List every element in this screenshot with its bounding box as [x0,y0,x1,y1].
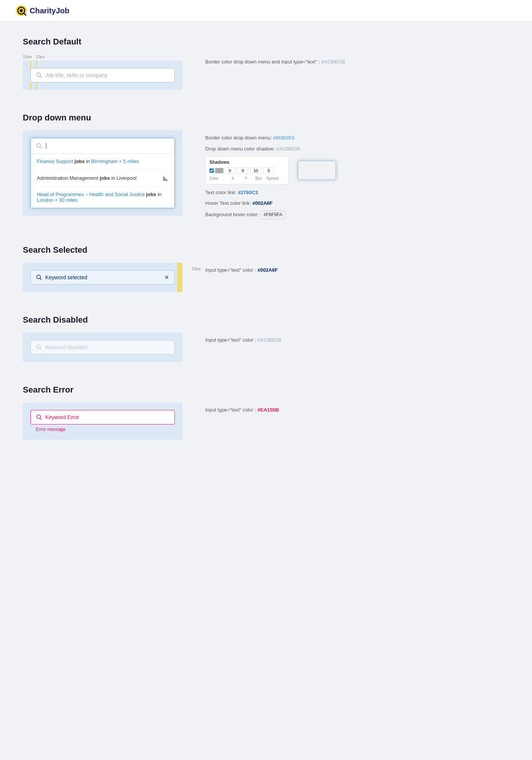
search-default-area: Job title, skills or company [23,60,182,90]
dropdown-item-1[interactable]: Finance Support jobs in Birmingham + 5 m… [31,154,174,169]
text-color-info: Text color link: #2780C3 [205,189,509,197]
search-default-placeholder: Job title, skills or company [45,72,169,78]
section-title-default: Search Default [23,37,509,47]
section-title-selected: Search Selected [23,245,509,255]
clear-icon[interactable]: ✕ [165,274,169,280]
dropdown-area: 60px Finance Support jobs in Birmingham [23,130,182,216]
shadow-col-blur: Blur [255,176,262,180]
error-input-val: #EA155B [258,407,279,413]
dropdown-item-3-text: Head of Programmes – Health and Social J… [37,192,168,203]
search-default-input[interactable]: Job title, skills or company [30,68,175,82]
dropdown-item-2-text: Administration Management jobs in Liverp… [37,175,163,181]
section-dropdown: Drop down menu 60px [23,113,509,222]
border-color-info: Border color drop down menu and input ty… [205,58,509,66]
svg-line-5 [40,76,42,78]
dropdown-input-row[interactable]: 60px [31,138,174,154]
shadow-checkbox[interactable] [209,168,214,173]
search-selected-area: 15px Keyword selected ✕ [23,263,182,292]
shadow-blur-input[interactable] [263,167,274,174]
section-body-disabled: Keyword disabled Input type="text" color… [23,332,509,362]
search-icon [36,72,42,78]
measure-15px: 15px [23,54,32,59]
info-panel-error: Input type="text" color : #EA155B [205,402,509,417]
bg-hover-info: Background hover color: #F6F9FA [205,211,509,219]
item1-suffix: + 5 miles [119,158,139,164]
search-disabled-input: Keyword disabled [30,340,175,355]
logo-icon [15,5,27,17]
item3-head: Head of Programmes – Health and Social J… [37,192,145,197]
item1-jobs: jobs in [74,158,91,164]
dropdown-border-label: Border color drop down menu: [205,135,272,141]
dropdown-border-val: #6DB2E5 [273,135,294,141]
border-color-value: #ACBECB [321,59,345,65]
search-selected-icon [36,274,42,280]
search-disabled-area: Keyword disabled [23,332,182,362]
section-search-error: Search Error Keyword Error Error message… [23,385,509,440]
dropdown-item-2[interactable]: Administration Management jobs in Liverp… [31,169,174,187]
search-disabled-value: Keyword disabled [45,344,169,350]
dropdown-shadow-info: Drop down menu color shadow: #ACBECB [205,145,509,153]
section-title-dropdown: Drop down menu [23,113,509,123]
logo-text: CharityJob [30,6,69,15]
section-title-disabled: Search Disabled [23,315,509,325]
text-color-label: Text color link: [205,190,236,195]
bg-hover-label: Background hover color: [205,212,259,217]
section-body-dropdown: 60px Finance Support jobs in Birmingham [23,130,509,222]
info-panel-selected: Input type="text" color : #002A6F [205,263,509,277]
shadow-panel: Shadows [205,156,289,184]
cursor-pointer-icon: ◣ [163,174,168,182]
selected-input-val: #002A6F [258,267,278,273]
dim-15px-selected: 15px [192,266,201,271]
search-error-icon [36,414,42,420]
bg-hover-val: #F6F9FA [260,211,286,219]
text-color-val: #2780C3 [238,190,258,195]
shadow-col-y: Y [245,176,247,180]
logo: CharityJob [15,5,69,17]
section-body-selected: 15px Keyword selected ✕ Input type="text… [23,263,509,292]
measure-10px: 10px [36,54,45,59]
dropdown-item-1-text: Finance Support jobs in Birmingham + 5 m… [37,158,168,164]
svg-line-11 [40,348,42,350]
shadow-col-spread: Spread [266,176,279,180]
disabled-input-val: #ACBECB [258,337,282,343]
hover-text-val: #002A6F [252,200,272,206]
info-panel-disabled: Input type="text" color : #ACBECB [205,332,509,347]
section-body-default: 15px 10px Job title, skills or company [23,54,509,90]
item1-location: Birmingham [91,158,117,164]
error-message: Error message [36,427,175,432]
disabled-input-label: Input type="text" color : [205,337,256,343]
search-selected-input[interactable]: Keyword selected ✕ [30,270,175,285]
item3-suffix: + 30 miles [55,197,78,203]
text-cursor [46,143,46,149]
dropdown-wrapper: 60px Finance Support jobs in Birmingham [30,138,175,208]
shadow-color-input[interactable] [225,167,235,174]
section-title-error: Search Error [23,385,509,395]
info-panel-dropdown: Border color drop down menu: #6DB2E5 Dro… [205,130,509,222]
section-search-disabled: Search Disabled Keyword disabled Input t… [23,315,509,362]
item2-jobs: jobs in [100,175,116,181]
svg-line-7 [40,147,42,149]
dropdown-border-color-info: Border color drop down menu: #6DB2E5 [205,134,509,142]
shadow-x-input[interactable] [238,167,248,174]
shadow-y-input[interactable] [250,167,261,174]
item2-location: Liverpool [117,175,137,181]
shadow-col-x: X [232,176,234,180]
dropdown-item-3[interactable]: Head of Programmes – Health and Social J… [31,187,174,208]
search-error-input[interactable]: Keyword Error [30,410,175,424]
shadow-panel-title: Shadows [209,160,285,165]
search-disabled-icon [36,344,42,350]
item1-finance: Finance Support [37,158,73,164]
measure-labels-default: 15px 10px [23,54,182,59]
item3-jobs: jobs in [146,192,162,197]
dropdown-list: Finance Support jobs in Birmingham + 5 m… [31,154,174,208]
search-selected-value: Keyword selected [45,274,162,280]
item3-location: London [37,197,53,203]
info-panel-default: Border color drop down menu and input ty… [205,54,509,69]
border-color-label: Border color drop down menu and input ty… [205,59,320,65]
shadow-color-swatch [215,168,223,173]
svg-line-9 [40,279,42,280]
error-input-color-info: Input type="text" color : #EA155B [205,406,509,414]
search-error-area: Keyword Error Error message [23,402,182,440]
section-search-default: Search Default 15px 10px Job title, skil [23,37,509,90]
section-search-selected: Search Selected 15px Keyword selected ✕ [23,245,509,292]
